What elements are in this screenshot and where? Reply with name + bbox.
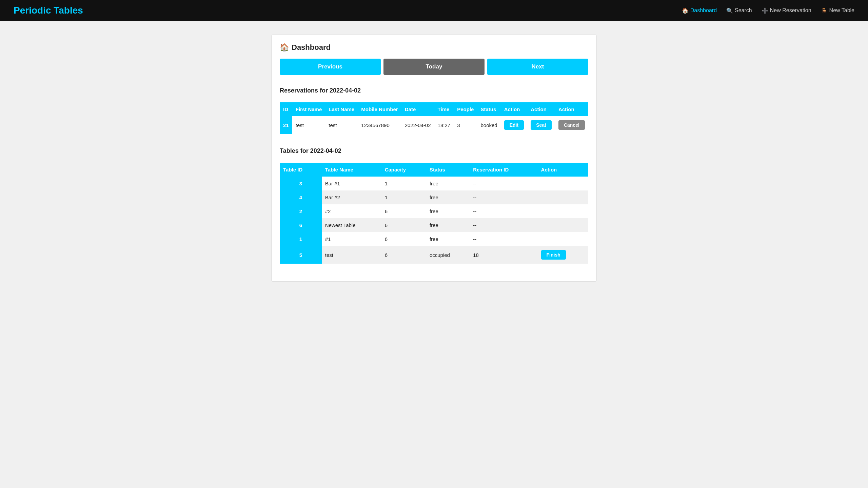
table-status: free (426, 232, 470, 246)
date-navigation: Previous Today Next (280, 59, 588, 75)
col-action-edit: Action (501, 102, 528, 116)
plus-icon: ➕ (762, 7, 768, 14)
nav-dashboard-label: Dashboard (690, 7, 717, 14)
table-reservation-id: -- (470, 232, 537, 246)
table-status: free (426, 204, 470, 218)
res-mobile: 1234567890 (358, 116, 401, 134)
search-icon: 🔍 (726, 7, 733, 14)
col-id: ID (280, 102, 292, 116)
table-icon: 🪑 (821, 7, 828, 14)
table-id: 3 (280, 177, 322, 190)
tables-table: Table ID Table Name Capacity Status Rese… (280, 163, 588, 264)
navbar: Periodic Tables 🏠 Dashboard 🔍 Search ➕ N… (0, 0, 868, 21)
table-action-cell (538, 190, 588, 204)
content-card: 🏠 Dashboard Previous Today Next Reservat… (271, 35, 597, 282)
table-name: #2 (322, 204, 381, 218)
nav-search-label: Search (735, 7, 752, 14)
table-row: 2 #2 6 free -- (280, 204, 588, 218)
col-status: Status (477, 102, 500, 116)
nav-links: 🏠 Dashboard 🔍 Search ➕ New Reservation 🪑… (682, 7, 854, 14)
col-first-name: First Name (292, 102, 326, 116)
seat-button[interactable]: Seat (531, 120, 552, 130)
table-id: 5 (280, 246, 322, 264)
table-capacity: 6 (381, 204, 426, 218)
col-time: Time (434, 102, 454, 116)
table-row: 6 Newest Table 6 free -- (280, 218, 588, 232)
col-people: People (454, 102, 477, 116)
table-name: Newest Table (322, 218, 381, 232)
table-row: 1 #1 6 free -- (280, 232, 588, 246)
reservations-header-row: ID First Name Last Name Mobile Number Da… (280, 102, 588, 116)
res-date: 2022-04-02 (401, 116, 434, 134)
col-last-name: Last Name (325, 102, 358, 116)
table-name: test (322, 246, 381, 264)
nav-new-reservation-label: New Reservation (770, 7, 811, 14)
table-status: occupied (426, 246, 470, 264)
nav-new-reservation[interactable]: ➕ New Reservation (762, 7, 811, 14)
table-name: #1 (322, 232, 381, 246)
tables-header-row: Table ID Table Name Capacity Status Rese… (280, 163, 588, 177)
res-people: 3 (454, 116, 477, 134)
res-time: 18:27 (434, 116, 454, 134)
dashboard-home-icon: 🏠 (280, 43, 289, 52)
col-table-status: Status (426, 163, 470, 177)
table-reservation-id: 18 (470, 246, 537, 264)
col-table-name: Table Name (322, 163, 381, 177)
col-action-cancel: Action (555, 102, 588, 116)
page-title: 🏠 Dashboard (280, 43, 588, 52)
table-reservation-id: -- (470, 177, 537, 190)
table-reservation-id: -- (470, 204, 537, 218)
col-reservation-id: Reservation ID (470, 163, 537, 177)
nav-new-table-label: New Table (829, 7, 854, 14)
table-id: 1 (280, 232, 322, 246)
app-brand: Periodic Tables (14, 5, 83, 16)
col-table-action: Action (538, 163, 588, 177)
table-status: free (426, 218, 470, 232)
table-status: free (426, 177, 470, 190)
table-capacity: 1 (381, 190, 426, 204)
res-edit-cell: Edit (501, 116, 528, 134)
col-table-id: Table ID (280, 163, 322, 177)
edit-button[interactable]: Edit (504, 120, 524, 130)
table-status: free (426, 190, 470, 204)
table-capacity: 6 (381, 246, 426, 264)
table-id: 2 (280, 204, 322, 218)
table-capacity: 6 (381, 218, 426, 232)
previous-button[interactable]: Previous (280, 59, 381, 75)
nav-search[interactable]: 🔍 Search (726, 7, 752, 14)
table-reservation-id: -- (470, 190, 537, 204)
res-last-name: test (325, 116, 358, 134)
nav-new-table[interactable]: 🪑 New Table (821, 7, 854, 14)
table-capacity: 1 (381, 177, 426, 190)
res-status: booked (477, 116, 500, 134)
col-date: Date (401, 102, 434, 116)
table-action-cell: Finish (538, 246, 588, 264)
table-action-cell (538, 204, 588, 218)
reservations-table: ID First Name Last Name Mobile Number Da… (280, 102, 588, 134)
table-row: 3 Bar #1 1 free -- (280, 177, 588, 190)
cancel-button[interactable]: Cancel (558, 120, 585, 130)
res-cancel-cell: Cancel (555, 116, 588, 134)
res-seat-cell: Seat (527, 116, 555, 134)
home-icon: 🏠 (682, 7, 689, 14)
next-button[interactable]: Next (487, 59, 588, 75)
table-id: 6 (280, 218, 322, 232)
table-name: Bar #2 (322, 190, 381, 204)
table-row: 21 test test 1234567890 2022-04-02 18:27… (280, 116, 588, 134)
col-action-seat: Action (527, 102, 555, 116)
today-button[interactable]: Today (383, 59, 485, 75)
table-id: 4 (280, 190, 322, 204)
table-row: 4 Bar #2 1 free -- (280, 190, 588, 204)
table-action-cell (538, 232, 588, 246)
finish-button[interactable]: Finish (541, 250, 566, 260)
nav-dashboard[interactable]: 🏠 Dashboard (682, 7, 717, 14)
table-action-cell (538, 177, 588, 190)
reservations-heading: Reservations for 2022-04-02 (280, 83, 588, 98)
table-name: Bar #1 (322, 177, 381, 190)
res-first-name: test (292, 116, 326, 134)
main-wrapper: 🏠 Dashboard Previous Today Next Reservat… (0, 21, 868, 295)
table-capacity: 6 (381, 232, 426, 246)
table-action-cell (538, 218, 588, 232)
tables-heading: Tables for 2022-04-02 (280, 143, 588, 159)
table-row: 5 test 6 occupied 18 Finish (280, 246, 588, 264)
